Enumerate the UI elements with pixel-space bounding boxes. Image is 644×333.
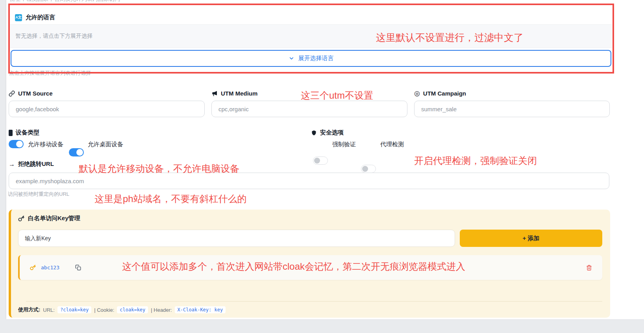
- reject-url-label: 拒绝跳转URL: [18, 160, 54, 168]
- security-options-title: 安全选项: [320, 129, 344, 136]
- arrow-right-icon: →: [9, 161, 15, 167]
- translate-icon: A文: [15, 14, 22, 21]
- key-icon: [18, 215, 24, 222]
- allow-mobile-label: 允许移动设备: [28, 141, 63, 148]
- expand-language-label: 展开选择语言: [298, 55, 334, 62]
- device-type-header: 设备类型: [9, 129, 39, 136]
- key-value: abc123: [41, 265, 59, 270]
- allowed-languages-title: 允许的语言: [26, 14, 55, 21]
- allow-desktop-label: 允许桌面设备: [88, 141, 123, 148]
- annotation-key-note: 这个值可以添加多个，首次进入网站带cloak会记忆，第二次开无痕浏览器模式进入: [122, 261, 465, 272]
- new-key-input[interactable]: [18, 230, 455, 247]
- force-verify-label: 强制验证: [332, 141, 356, 148]
- usage-url-label: URL:: [43, 307, 55, 313]
- device-type-title: 设备类型: [16, 129, 39, 136]
- proxy-detect-label: 代理检测: [380, 141, 404, 148]
- copy-key-button[interactable]: [75, 265, 81, 270]
- security-options-header: 安全选项: [311, 129, 344, 136]
- utm-campaign-input[interactable]: [414, 101, 610, 117]
- link-icon: [9, 90, 15, 97]
- whitelist-title: 白名单访问Key管理: [28, 215, 80, 222]
- megaphone-icon: [211, 90, 218, 97]
- reject-url-input[interactable]: [9, 173, 609, 189]
- utm-campaign-label: UTM Campaign: [423, 90, 466, 97]
- card-divider: [26, 301, 602, 302]
- chevron-down-icon: [289, 55, 294, 61]
- utm-medium-input[interactable]: [211, 101, 407, 117]
- annotation-utm-note: 这三个utm不设置: [301, 90, 373, 101]
- utm-medium-label: UTM Medium: [221, 90, 257, 97]
- utm-medium-label-row: UTM Medium: [211, 90, 257, 97]
- cloak-settings-page: 留空不检测国家，否则仅允许列表内国家访问 A文 允许的语言 暂无选择，请点击下方…: [0, 0, 644, 333]
- utm-source-label-row: UTM Source: [9, 90, 53, 97]
- language-empty-text: 暂无选择，请点击下方展开选择: [15, 33, 93, 40]
- usage-prefix: 使用方式:: [18, 306, 40, 313]
- usage-url-code: ?cloak=key: [57, 306, 91, 313]
- add-key-button[interactable]: + 添加: [460, 230, 602, 247]
- copy-icon: [75, 265, 81, 270]
- usage-instructions: 使用方式: URL: ?cloak=key | Cookie: cloak=ke…: [18, 306, 226, 313]
- utm-source-input[interactable]: [9, 101, 205, 117]
- reject-url-label-row: → 拒绝跳转URL: [9, 160, 54, 168]
- allow-mobile-toggle[interactable]: [9, 140, 24, 148]
- utm-source-label: UTM Source: [18, 90, 53, 97]
- usage-header-code: X-Cloak-Key: key: [175, 306, 226, 313]
- expand-language-button[interactable]: 展开选择语言: [11, 50, 611, 67]
- phone-icon: [9, 130, 13, 136]
- annotation-redirect-note: 这里是ph站域名，不要有斜杠什么的: [94, 194, 247, 204]
- usage-cookie-label: | Cookie:: [94, 307, 114, 313]
- top-clipped-helper-text: 留空不检测国家，否则仅允许列表内国家访问: [10, 0, 120, 3]
- usage-header-label: | Header:: [151, 307, 172, 313]
- key-icon: [30, 265, 36, 270]
- delete-key-button[interactable]: [586, 265, 592, 271]
- usage-cookie-code: cloak=key: [117, 306, 148, 313]
- utm-campaign-label-row: ◎ UTM Campaign: [414, 90, 466, 97]
- proxy-detect-toggle[interactable]: [361, 165, 376, 173]
- language-helper-text: 点击上方按钮展开语言列表进行选择: [9, 70, 91, 77]
- trash-icon: [586, 265, 592, 271]
- force-verify-toggle[interactable]: [313, 156, 328, 165]
- allowed-languages-header: A文 允许的语言: [15, 14, 55, 21]
- shield-icon: [311, 130, 317, 136]
- annotation-device-note: 默认是允许移动设备，不允许电脑设备: [79, 164, 239, 174]
- allow-desktop-toggle[interactable]: [69, 148, 84, 156]
- whitelist-header: 白名单访问Key管理: [18, 215, 80, 222]
- annotation-language-note: 这里默认不设置进行，过滤中文了: [376, 32, 524, 43]
- reject-url-helper: 访问被拒绝时重定向的URL: [8, 191, 69, 198]
- annotation-security-note: 开启代理检测，强制验证关闭: [414, 156, 537, 166]
- target-icon: ◎: [414, 90, 420, 97]
